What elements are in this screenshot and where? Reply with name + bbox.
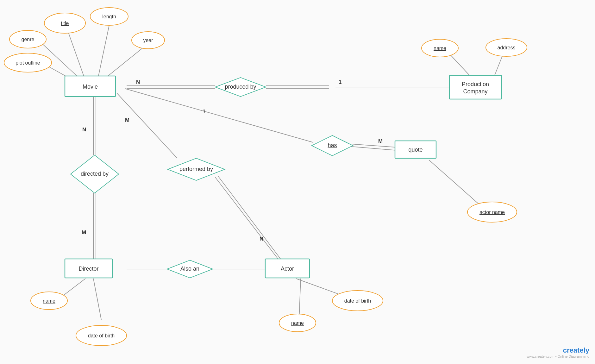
attr-prod-name-label: name [434, 46, 446, 51]
entity-director-label: Director [78, 266, 98, 272]
line-prodcomp-name [449, 54, 472, 78]
line-actor-name [299, 279, 301, 320]
attr-plot-label: plot outline [16, 60, 40, 66]
attr-length-label: length [102, 14, 116, 19]
line-quote-actorname [429, 160, 484, 209]
line-movie-has [125, 89, 313, 142]
card-quote-has-m: M [378, 138, 383, 144]
card-actor-performed-n: N [260, 236, 263, 242]
relation-has-label: has [328, 142, 337, 148]
card-prodcomp-produced-1: 1 [339, 79, 341, 85]
line-movie-performed [117, 93, 177, 158]
entity-actor-label: Actor [281, 266, 294, 272]
line-performed-actor1 [215, 177, 279, 260]
relation-alsoan-label: Also an [180, 266, 199, 272]
card-movie-performed-m: M [125, 117, 129, 123]
attr-director-dob-label: date of birth [88, 333, 115, 338]
creately-tagline: www.creately.com • Online Diagramming [527, 355, 589, 358]
attr-title-label: title [61, 21, 69, 26]
card-movie-has-1: 1 [203, 109, 205, 115]
card-movie-directed-n: N [82, 127, 86, 133]
line-director-dob [93, 279, 101, 320]
attr-actor-name2-label: name [291, 320, 304, 326]
entity-quote-label: quote [408, 147, 423, 153]
entity-prodcomp-label1: Production [462, 81, 489, 87]
relation-directed-label: directed by [81, 171, 109, 177]
attr-year-label: year [143, 38, 153, 43]
line-movie-length [98, 25, 109, 78]
line-prodcomp-address [494, 54, 503, 78]
attr-director-name-label: name [43, 298, 55, 304]
attr-actor-name-label: actor name [479, 210, 505, 215]
card-director-directed-m: M [82, 229, 86, 235]
entity-prodcomp-label2: Company [463, 88, 487, 95]
attr-genre-label: genre [22, 37, 34, 42]
relation-performed-label: performed by [179, 166, 213, 172]
creately-logo: creately www.creately.com • Online Diagr… [527, 346, 589, 358]
entity-movie-label: Movie [83, 84, 98, 90]
relation-produced-label: produced by [225, 84, 256, 90]
line-movie-title [68, 32, 85, 81]
line-performed-actor2 [218, 176, 281, 260]
creately-brand: creately [527, 346, 589, 355]
card-movie-produced-n: N [136, 79, 140, 85]
attr-prod-address-label: address [498, 45, 516, 50]
attr-actor-dob-label: date of birth [344, 298, 371, 304]
line-movie-year [106, 44, 147, 78]
